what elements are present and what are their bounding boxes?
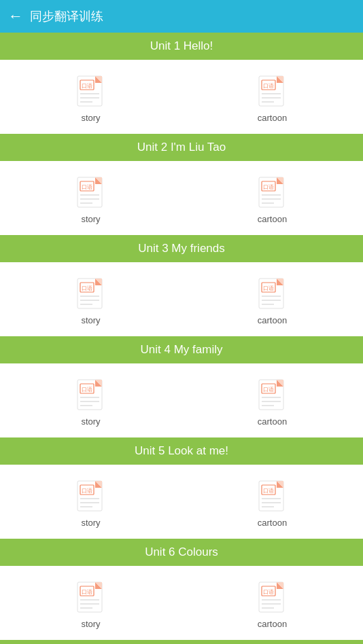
oral-icon-cartoon: 口语: [255, 579, 290, 615]
svg-text:口语: 口语: [263, 285, 274, 291]
unit-section-2: Unit 2 I'm Liu Tao 口语 story 口语 cartoon: [0, 134, 363, 235]
svg-text:口语: 口语: [263, 184, 274, 190]
svg-text:口语: 口语: [263, 589, 274, 595]
unit-section-4: Unit 4 My family 口语 story 口语 cartoon: [0, 336, 363, 437]
header-title: 同步翻译训练: [30, 8, 103, 24]
oral-icon-story: 口语: [73, 579, 109, 615]
unit-4-cartoon[interactable]: 口语 cartoon: [182, 374, 363, 429]
units-container: Unit 1 Hello! 口语 story 口语 cartoonUnit 2 …: [0, 33, 363, 644]
oral-icon-story: 口语: [73, 377, 109, 412]
svg-text:口语: 口语: [263, 387, 274, 393]
svg-text:口语: 口语: [82, 184, 92, 190]
item-label-cartoon: cartoon: [258, 214, 287, 224]
unit-5-cartoon[interactable]: 口语 cartoon: [182, 476, 363, 531]
item-label-cartoon: cartoon: [258, 619, 287, 629]
svg-text:口语: 口语: [82, 285, 92, 291]
unit-2-cartoon[interactable]: 口语 cartoon: [182, 172, 363, 227]
item-label-cartoon: cartoon: [258, 416, 287, 427]
oral-icon-cartoon: 口语: [255, 175, 290, 210]
oral-icon-cartoon: 口语: [255, 377, 290, 412]
oral-icon-cartoon: 口语: [255, 276, 290, 311]
item-label-story: story: [81, 214, 100, 224]
svg-text:口语: 口语: [82, 387, 92, 393]
back-button[interactable]: ←: [8, 7, 23, 25]
unit-header-7: Unit 7 Would you like a pie?: [0, 640, 363, 644]
unit-2-story[interactable]: 口语 story: [0, 172, 182, 227]
unit-section-7: Unit 7 Would you like a pie? 口语 story 口语…: [0, 640, 363, 644]
unit-header-1: Unit 1 Hello!: [0, 33, 363, 60]
unit-5-story[interactable]: 口语 story: [0, 476, 182, 531]
svg-text:口语: 口语: [263, 83, 274, 89]
item-label-story: story: [81, 518, 100, 528]
unit-header-2: Unit 2 I'm Liu Tao: [0, 134, 363, 161]
unit-3-story[interactable]: 口语 story: [0, 273, 182, 328]
item-label-cartoon: cartoon: [258, 518, 287, 528]
svg-text:口语: 口语: [82, 488, 92, 494]
unit-section-6: Unit 6 Colours 口语 story 口语 cartoon: [0, 539, 363, 640]
unit-items-2: 口语 story 口语 cartoon: [0, 161, 363, 235]
unit-1-story[interactable]: 口语 story: [0, 71, 182, 126]
unit-4-story[interactable]: 口语 story: [0, 374, 182, 429]
unit-items-4: 口语 story 口语 cartoon: [0, 363, 363, 437]
oral-icon-story: 口语: [73, 175, 109, 210]
unit-header-5: Unit 5 Look at me!: [0, 437, 363, 465]
unit-items-6: 口语 story 口语 cartoon: [0, 566, 363, 640]
oral-icon-story: 口语: [73, 73, 109, 109]
app-header: ← 同步翻译训练: [0, 0, 363, 33]
svg-text:口语: 口语: [82, 83, 92, 89]
unit-section-1: Unit 1 Hello! 口语 story 口语 cartoon: [0, 33, 363, 134]
unit-1-cartoon[interactable]: 口语 cartoon: [182, 71, 363, 126]
oral-icon-cartoon: 口语: [255, 478, 290, 514]
unit-6-story[interactable]: 口语 story: [0, 577, 182, 632]
unit-header-3: Unit 3 My friends: [0, 235, 363, 262]
unit-section-5: Unit 5 Look at me! 口语 story 口语 cartoon: [0, 437, 363, 539]
item-label-story: story: [81, 416, 100, 427]
unit-header-4: Unit 4 My family: [0, 336, 363, 363]
oral-icon-story: 口语: [73, 276, 109, 311]
unit-header-6: Unit 6 Colours: [0, 539, 363, 566]
item-label-story: story: [81, 113, 100, 123]
svg-text:口语: 口语: [263, 488, 274, 494]
unit-section-3: Unit 3 My friends 口语 story 口语 cartoon: [0, 235, 363, 336]
unit-items-5: 口语 story 口语 cartoon: [0, 465, 363, 539]
item-label-cartoon: cartoon: [258, 113, 287, 123]
unit-3-cartoon[interactable]: 口语 cartoon: [182, 273, 363, 328]
oral-icon-cartoon: 口语: [255, 73, 290, 109]
unit-items-3: 口语 story 口语 cartoon: [0, 262, 363, 336]
unit-items-1: 口语 story 口语 cartoon: [0, 60, 363, 134]
unit-6-cartoon[interactable]: 口语 cartoon: [182, 577, 363, 632]
oral-icon-story: 口语: [73, 478, 109, 514]
item-label-cartoon: cartoon: [258, 315, 287, 325]
svg-text:口语: 口语: [82, 589, 92, 595]
item-label-story: story: [81, 315, 100, 325]
item-label-story: story: [81, 619, 100, 629]
